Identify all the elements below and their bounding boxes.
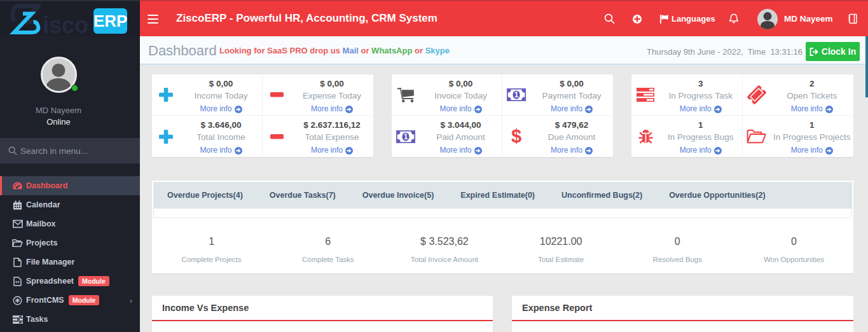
svg-text:1: 1 [514, 90, 519, 99]
svg-text:1: 1 [404, 132, 408, 141]
